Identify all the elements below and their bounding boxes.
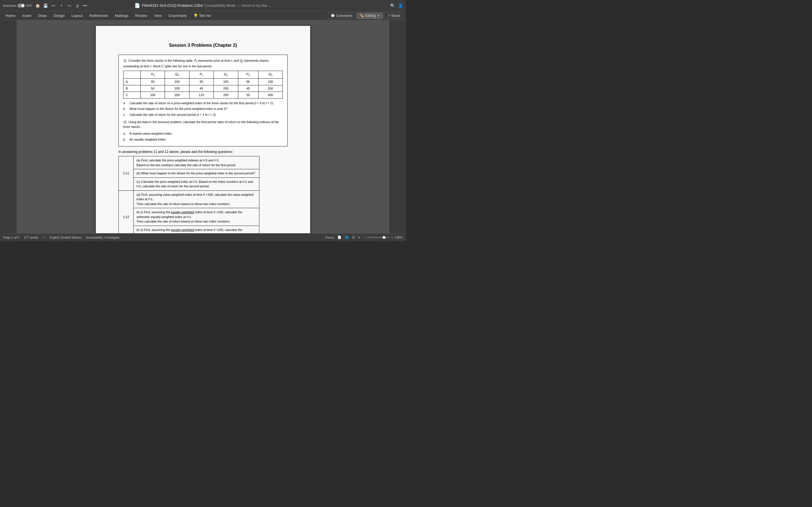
word-doc-icon: 📄: [135, 3, 140, 8]
editing-dropdown-icon: ▼: [377, 14, 380, 17]
col-header-p1: P1: [189, 71, 213, 78]
stock-b-p0: 50: [140, 85, 165, 92]
page-title: Session 3 Problems (Chapter 2): [118, 43, 288, 48]
undo-icon[interactable]: ↩: [51, 3, 56, 8]
status-left: Page 1 of 2 177 words ✓ English (United …: [3, 235, 119, 239]
problem-12-qa: a. A market-value-weighted index.: [123, 131, 283, 136]
stock-c-q2: 400: [258, 92, 283, 99]
stock-b-label: B: [123, 85, 141, 92]
tell-me-label: Tell me: [199, 13, 211, 18]
q11a-text: Calculate the rate of return on a price-…: [130, 101, 274, 106]
zoom-slider-thumb[interactable]: [383, 236, 386, 239]
zoom-out-icon[interactable]: −: [363, 236, 365, 239]
col-header-p0: P0: [140, 71, 165, 78]
person-icon[interactable]: 👤: [398, 3, 403, 8]
problem-12-intro: 12. Using the data in the previous probl…: [123, 120, 283, 129]
menu-grammarly[interactable]: Grammarly: [166, 12, 190, 19]
answer-row-2-11-a: 2-11 (a) First, calculate the price weig…: [119, 156, 259, 169]
document-area[interactable]: Session 3 Problems (Chapter 2) 11. Consi…: [17, 20, 389, 233]
problem-11-questions: a. Calculate the rate of return on a pri…: [123, 101, 283, 117]
stock-b-p2: 45: [238, 85, 258, 92]
q12b-text: An equally weighted index.: [130, 137, 166, 142]
stock-a-p1: 95: [189, 78, 213, 86]
col-header-p2: P2: [238, 71, 258, 78]
left-sidebar: [0, 20, 17, 233]
menu-draw[interactable]: Draw: [35, 12, 49, 19]
read-mode-icon[interactable]: ≡: [358, 236, 360, 239]
document-title-area: 📄 FINA6331-Sn3 (Ch2) Problems-12Ed Compa…: [135, 3, 271, 8]
problem-12-number: 12. Using the data in the previous probl…: [123, 120, 283, 129]
print-preview-icon[interactable]: 🖨: [74, 3, 80, 8]
zoom-control[interactable]: − + 130%: [363, 236, 403, 239]
q11b-label: b.: [123, 107, 127, 111]
print-layout-icon[interactable]: 📄: [338, 235, 342, 239]
accessibility-label[interactable]: Accessibility: Investigate: [86, 236, 119, 239]
home-icon[interactable]: 🏠: [35, 3, 41, 8]
stock-b-q2: 200: [258, 85, 283, 92]
answer-2-12-b2-text: (b-2) First, assuming the equally-weight…: [134, 226, 259, 233]
col-header-blank: [123, 71, 141, 78]
q11b-text: What must happen to the divisor for the …: [130, 107, 227, 111]
table-row: A 90 100 95 100 95 100: [123, 78, 283, 86]
web-layout-icon[interactable]: 🌐: [345, 235, 349, 239]
spell-check-icon[interactable]: ✓: [43, 235, 45, 239]
problem-num-2-11: 2-11: [119, 156, 134, 191]
answer-2-11-c-text: (c) Calculate the price-weighted index a…: [134, 177, 259, 190]
right-sidebar: [389, 20, 406, 233]
menu-home[interactable]: Home: [3, 12, 18, 19]
word-count: 177 words: [24, 236, 38, 239]
more-icon[interactable]: •••: [82, 3, 88, 8]
col-header-q2: Q2: [258, 71, 283, 78]
stock-c-p2: 55: [238, 92, 258, 99]
title-bar-left: AutoSave OFF 🏠 💾 ↩ ▼ ↪ 🖨 •••: [3, 3, 88, 8]
document-page: Session 3 Problems (Chapter 2) 11. Consi…: [96, 26, 310, 233]
language: English (United States): [50, 236, 82, 239]
menu-mailings[interactable]: Mailings: [112, 12, 132, 19]
redo-icon[interactable]: ↪: [66, 3, 72, 8]
share-button[interactable]: ↗ Share: [384, 13, 403, 19]
lightbulb-icon: 💡: [193, 13, 198, 18]
undo-dropdown-icon[interactable]: ▼: [59, 3, 64, 8]
table-row: C 100 200 110 200 55 400: [123, 92, 283, 99]
search-icon[interactable]: 🔍: [390, 3, 395, 8]
menu-tell-me[interactable]: 💡 Tell me: [191, 12, 213, 19]
problem-11-qc: c. Calculate the rate of return for the …: [123, 112, 283, 117]
saved-location-label: — Saved to my Mac ⌄: [237, 4, 271, 8]
menu-layout[interactable]: Layout: [69, 12, 86, 19]
focus-button[interactable]: Focus: [326, 236, 334, 239]
problem-12-questions: a. A market-value-weighted index. b. An …: [123, 131, 283, 142]
stock-c-p0: 100: [140, 92, 165, 99]
comments-label: Comments: [336, 14, 352, 18]
menu-insert[interactable]: Insert: [19, 12, 35, 19]
save-icon[interactable]: 💾: [43, 3, 49, 8]
answering-instruction: In answering problems 11 and 12 above, p…: [118, 150, 288, 154]
compatibility-mode-label: Compatibility Mode: [204, 3, 236, 8]
stock-c-q1: 200: [214, 92, 238, 99]
answer-2-12-b1-text: (b-1) First, assuming the equally-weight…: [134, 208, 259, 226]
outline-icon[interactable]: ☰: [352, 235, 355, 239]
menu-review[interactable]: Review: [132, 12, 150, 19]
answer-row-2-12-b2: (b-2) First, assuming the equally-weight…: [119, 226, 259, 233]
answer-row-2-11-b: (b) What must happen to the divisor for …: [119, 169, 259, 178]
stock-table: P0 Q0 P1 Q1 P2 Q2 A 90 100: [123, 71, 283, 98]
menu-design[interactable]: Design: [51, 12, 68, 19]
main-layout: Session 3 Problems (Chapter 2) 11. Consi…: [0, 20, 406, 233]
zoom-slider[interactable]: [367, 237, 389, 238]
comments-button[interactable]: 💬 Comments: [327, 13, 356, 19]
table-row: B 50 200 45 200 45 200: [123, 85, 283, 92]
editing-button[interactable]: ✏️ Editing ▼: [357, 13, 383, 19]
title-bar: AutoSave OFF 🏠 💾 ↩ ▼ ↪ 🖨 ••• 📄 FINA6331-…: [0, 0, 406, 11]
menu-view[interactable]: View: [151, 12, 165, 19]
status-bar: Page 1 of 2 177 words ✓ English (United …: [0, 233, 406, 241]
answer-2-11-a-text: (a) First, calculate the price weighted …: [134, 156, 259, 169]
stock-b-p1: 45: [189, 85, 213, 92]
autosave-toggle[interactable]: [17, 4, 25, 8]
q12b-label: b.: [123, 137, 127, 142]
stock-a-label: A: [123, 78, 141, 86]
share-label: Share: [391, 14, 400, 18]
menu-references[interactable]: References: [87, 12, 111, 19]
equally-weighted-underline-2: equally-weighted: [171, 228, 194, 231]
zoom-in-icon[interactable]: +: [391, 236, 393, 239]
answer-2-11-b-text: (b) What must happen to the divisor for …: [134, 169, 259, 178]
autosave-area[interactable]: AutoSave OFF: [3, 4, 32, 8]
